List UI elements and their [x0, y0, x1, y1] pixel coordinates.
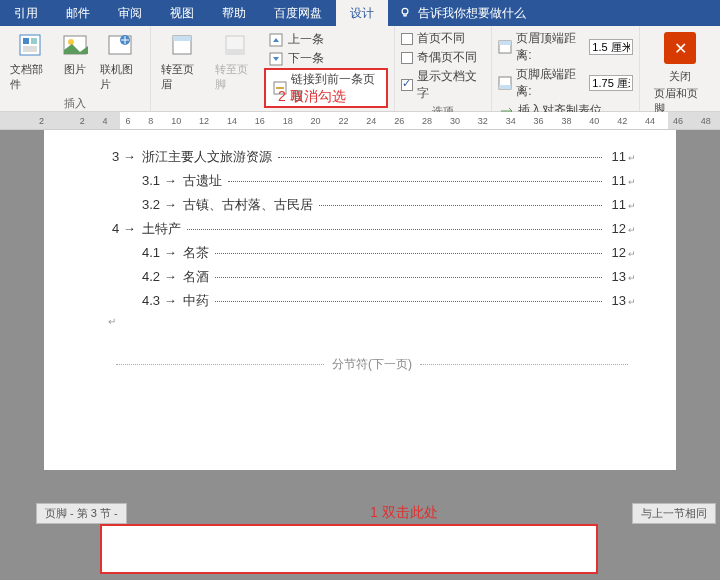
toc-entry[interactable]: 3.2 →古镇、古村落、古民居11↵	[108, 196, 636, 214]
picture-label: 图片	[64, 62, 86, 77]
checkbox-icon	[401, 52, 413, 64]
footer-edit-region[interactable]	[100, 524, 598, 574]
toc-entry[interactable]: 4.3 →中药13↵	[108, 292, 636, 310]
footer-bottom-icon	[498, 75, 513, 91]
footer-bottom-input[interactable]	[589, 75, 633, 91]
tell-me-label: 告诉我你想要做什么	[418, 5, 526, 22]
toc-entry[interactable]: 4 →土特产12↵	[108, 220, 636, 238]
same-as-previous-tag: 与上一节相同	[632, 503, 716, 524]
horizontal-ruler[interactable]: 2246810121416182022242628303234363840424…	[0, 112, 720, 130]
goto-footer-button[interactable]: 转至页脚	[211, 28, 260, 108]
svg-rect-12	[226, 49, 244, 54]
toc-entry[interactable]: 4.2 →名酒13↵	[108, 268, 636, 286]
group-close: ✕ 关闭 页眉和页脚 关闭	[640, 26, 720, 111]
prev-button[interactable]: 上一条	[264, 30, 388, 49]
svg-rect-17	[499, 41, 511, 45]
goto-header-label: 转至页眉	[161, 62, 202, 92]
tab-references[interactable]: 引用	[0, 0, 52, 26]
svg-rect-3	[31, 38, 37, 44]
toc-entry[interactable]: 4.1 →名茶12↵	[108, 244, 636, 262]
group-position: 页眉顶端距离: 页脚底端距离: 插入对齐制表位 位置	[492, 26, 641, 111]
header-top-distance: 页眉顶端距离:	[498, 30, 634, 64]
svg-point-6	[68, 39, 74, 45]
goto-footer-icon	[220, 30, 250, 60]
tab-view[interactable]: 视图	[156, 0, 208, 26]
group-insert-label: 插入	[64, 96, 86, 111]
goto-header-icon	[167, 30, 197, 60]
tell-me-search[interactable]: 告诉我你想要做什么	[388, 0, 536, 26]
prev-icon	[268, 32, 284, 48]
footer-bottom-distance: 页脚底端距离:	[498, 66, 634, 100]
close-header-footer-button[interactable]: ✕ 关闭 页眉和页脚	[650, 30, 710, 118]
prev-label: 上一条	[288, 31, 324, 48]
section-break-label: 分节符(下一页)	[108, 356, 636, 373]
ribbon-tabs: 引用 邮件 审阅 视图 帮助 百度网盘 设计 告诉我你想要做什么	[0, 0, 720, 26]
next-icon	[268, 51, 284, 67]
picture-button[interactable]: 图片	[56, 28, 94, 94]
svg-rect-4	[23, 46, 37, 52]
goto-footer-label: 转至页脚	[215, 62, 256, 92]
toc-entry[interactable]: 3 →浙江主要人文旅游资源11↵	[108, 148, 636, 166]
toc-entry[interactable]: 3.1 →古遗址11↵	[108, 172, 636, 190]
group-options: 首页不同 奇偶页不同 显示文档文字 选项	[395, 26, 491, 111]
annotation-uncheck: 2 取消勾选	[278, 88, 346, 106]
tab-mailings[interactable]: 邮件	[52, 0, 104, 26]
ribbon: 文档部件 图片 联机图片 插入 转至页眉 转至页脚	[0, 26, 720, 112]
checkbox-checked-icon	[401, 79, 412, 91]
online-picture-icon	[105, 30, 135, 60]
header-top-icon	[498, 39, 513, 55]
footer-section-tag: 页脚 - 第 3 节 -	[36, 503, 127, 524]
annotation-doubleclick: 1 双击此处	[370, 504, 438, 522]
odd-even-different[interactable]: 奇偶页不同	[401, 49, 484, 66]
tab-help[interactable]: 帮助	[208, 0, 260, 26]
svg-rect-2	[23, 38, 29, 44]
checkbox-icon	[401, 33, 413, 45]
goto-header-button[interactable]: 转至页眉	[157, 28, 206, 108]
doc-parts-button[interactable]: 文档部件	[6, 28, 54, 94]
picture-icon	[60, 30, 90, 60]
lightbulb-icon	[398, 6, 412, 20]
svg-rect-10	[173, 36, 191, 41]
svg-point-0	[402, 8, 408, 14]
tab-review[interactable]: 审阅	[104, 0, 156, 26]
first-page-different[interactable]: 首页不同	[401, 30, 484, 47]
document-area: 3 →浙江主要人文旅游资源11↵3.1 →古遗址11↵3.2 →古镇、古村落、古…	[0, 130, 720, 580]
svg-rect-19	[499, 85, 511, 89]
next-button[interactable]: 下一条	[264, 49, 388, 68]
show-doc-text[interactable]: 显示文档文字	[401, 68, 484, 102]
doc-parts-label: 文档部件	[10, 62, 50, 92]
close-icon: ✕	[664, 32, 696, 64]
doc-parts-icon	[15, 30, 45, 60]
tab-design[interactable]: 设计	[336, 0, 388, 26]
next-label: 下一条	[288, 50, 324, 67]
group-insert: 文档部件 图片 联机图片 插入	[0, 26, 151, 111]
document-page[interactable]: 3 →浙江主要人文旅游资源11↵3.1 →古遗址11↵3.2 →古镇、古村落、古…	[44, 130, 676, 470]
online-picture-button[interactable]: 联机图片	[96, 28, 144, 94]
tab-baidu[interactable]: 百度网盘	[260, 0, 336, 26]
group-navigation: 转至页眉 转至页脚 上一条 下一条 链接到前一条页眉	[151, 26, 395, 111]
online-picture-label: 联机图片	[100, 62, 140, 92]
header-top-input[interactable]	[589, 39, 633, 55]
